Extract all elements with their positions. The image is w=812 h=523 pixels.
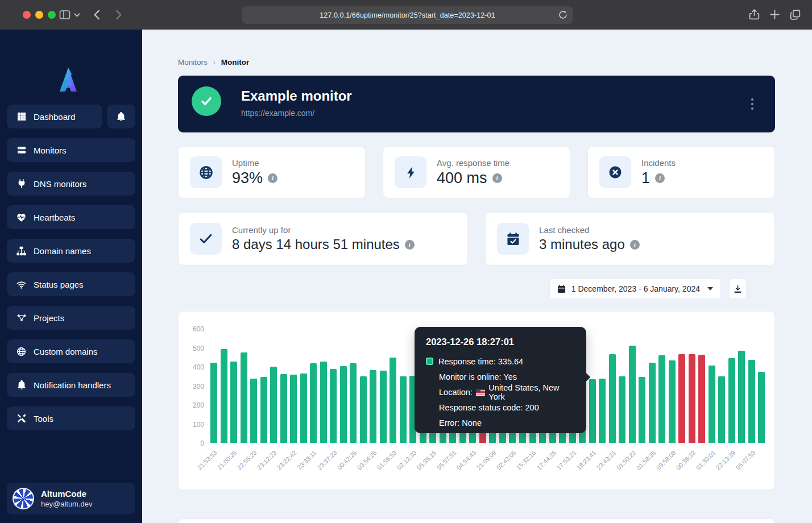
chevron-down-icon[interactable] — [74, 12, 80, 18]
user-name: AltumCode — [41, 488, 93, 499]
y-tick-label: 100 — [179, 421, 204, 429]
chart-bar[interactable] — [589, 379, 596, 443]
chart-bar[interactable] — [728, 358, 735, 443]
sidebar-item-domain-names[interactable]: Domain names — [7, 239, 135, 263]
stat-card-currently-up-for: Currently up for 8 days 14 hours 51 minu… — [178, 212, 468, 265]
chart-bar[interactable] — [400, 376, 407, 443]
info-icon[interactable]: i — [655, 173, 665, 183]
chart-bar[interactable] — [270, 367, 277, 443]
chart-bar[interactable] — [350, 363, 357, 443]
stat-label: Incidents — [641, 158, 676, 168]
notifications-button[interactable] — [107, 105, 135, 128]
minimize-window-button[interactable] — [35, 11, 43, 19]
globe2-icon — [190, 156, 222, 188]
back-button[interactable] — [91, 9, 103, 21]
new-tab-icon[interactable] — [769, 9, 781, 20]
heart-icon — [16, 213, 26, 222]
browser-chrome: 127.0.0.1/66uptime/monitor/25?start_date… — [0, 0, 812, 30]
bell-icon — [117, 112, 126, 122]
monitor-url[interactable]: https://example.com/ — [241, 109, 314, 118]
user-card[interactable]: AltumCode hey@altum.dev — [7, 483, 135, 514]
sidebar-item-monitors[interactable]: Monitors — [7, 138, 135, 162]
server-icon — [16, 146, 26, 155]
app-logo-icon[interactable] — [56, 65, 81, 97]
chart-bar[interactable] — [689, 354, 695, 443]
date-range-label: 1 December, 2023 - 6 January, 2024 — [571, 284, 700, 293]
sidebar-item-status-pages[interactable]: Status pages — [7, 272, 135, 296]
tab-overview-icon[interactable] — [789, 9, 801, 20]
chart-bar[interactable] — [250, 379, 257, 443]
chart-bar[interactable] — [698, 355, 705, 443]
chart-bar[interactable] — [340, 366, 347, 443]
chart-bar[interactable] — [370, 370, 376, 443]
info-icon[interactable]: i — [492, 173, 502, 183]
stat-value: 3 minutes ago i — [539, 236, 640, 252]
x-circle-icon — [599, 156, 631, 188]
stat-label: Avg. response time — [437, 158, 509, 168]
chart-bar[interactable] — [599, 379, 606, 443]
kebab-menu-icon[interactable] — [749, 96, 756, 112]
sidebar-item-label: Tools — [34, 414, 53, 424]
nodes-icon — [16, 313, 26, 323]
chart-bar[interactable] — [758, 372, 765, 443]
info-icon[interactable]: i — [630, 240, 640, 250]
forward-button[interactable] — [112, 9, 125, 21]
tools-icon — [16, 414, 26, 424]
date-range-button[interactable]: 1 December, 2023 - 6 January, 2024 — [549, 279, 721, 299]
stat-value: 8 days 14 hours 51 minutes i — [232, 236, 415, 252]
sitemap-icon — [16, 246, 26, 256]
chart-bar[interactable] — [290, 375, 297, 443]
sidebar-item-tools[interactable]: Tools — [7, 406, 135, 430]
tooltip-title: 2023-12-26 18:27:01 — [426, 337, 575, 347]
sidebar-item-dns-monitors[interactable]: DNS monitors — [7, 172, 135, 196]
chart-bar[interactable] — [658, 355, 665, 443]
chart-bar[interactable] — [380, 371, 387, 443]
tooltip-status-code: Response status code: 200 — [426, 400, 575, 415]
chart-bar[interactable] — [639, 377, 645, 443]
chart-bar[interactable] — [619, 376, 625, 443]
chart-bar[interactable] — [669, 360, 676, 443]
sidebar-toggle-icon[interactable] — [59, 9, 71, 20]
close-window-button[interactable] — [23, 11, 31, 19]
sidebar-item-notification-handlers[interactable]: Notification handlers — [7, 373, 135, 397]
chart-bar[interactable] — [230, 362, 237, 443]
sidebar-item-label: Projects — [34, 313, 64, 323]
info-icon[interactable]: i — [268, 173, 277, 183]
chart-bar[interactable] — [280, 374, 287, 443]
chart-bar[interactable] — [300, 373, 307, 443]
chart-bar[interactable] — [330, 369, 337, 443]
chart-bar[interactable] — [210, 363, 217, 443]
chart-bar[interactable] — [310, 363, 317, 443]
y-tick-label: 500 — [179, 344, 204, 352]
chart-bar[interactable] — [678, 354, 685, 443]
chart-bar[interactable] — [649, 363, 656, 443]
chart-bar[interactable] — [221, 349, 227, 443]
url-bar[interactable]: 127.0.0.1/66uptime/monitor/25?start_date… — [242, 6, 573, 24]
chart-bar[interactable] — [609, 354, 616, 443]
stat-value: 400 ms i — [437, 169, 509, 187]
breadcrumb-parent[interactable]: Monitors — [178, 58, 208, 67]
series-marker-icon — [426, 358, 433, 365]
reload-icon[interactable] — [558, 10, 568, 22]
chart-bar[interactable] — [320, 362, 327, 443]
chart-bar[interactable] — [738, 351, 745, 443]
sidebar-item-dashboard[interactable]: Dashboard — [7, 105, 102, 128]
info-icon[interactable]: i — [405, 240, 415, 250]
chart-bar[interactable] — [748, 360, 755, 443]
wide-stats-row: Currently up for 8 days 14 hours 51 minu… — [178, 212, 775, 265]
zoom-window-button[interactable] — [48, 11, 56, 19]
chart-bar[interactable] — [360, 376, 367, 443]
sidebar-item-custom-domains[interactable]: Custom domains — [7, 339, 135, 363]
chart-bar[interactable] — [260, 377, 267, 443]
share-icon[interactable] — [748, 9, 760, 20]
chart-bar[interactable] — [709, 366, 715, 443]
chart-bar[interactable] — [390, 358, 396, 443]
sidebar-item-projects[interactable]: Projects — [7, 306, 135, 330]
chart-bar[interactable] — [718, 376, 725, 443]
chart-bar[interactable] — [241, 352, 247, 443]
app-window: 127.0.0.1/66uptime/monitor/25?start_date… — [0, 0, 812, 523]
chart-bar[interactable] — [629, 346, 636, 443]
sidebar-item-heartbeats[interactable]: Heartbeats — [7, 205, 135, 229]
export-button[interactable] — [729, 279, 747, 299]
tooltip-response-time: Response time: 335.64 — [438, 357, 523, 366]
